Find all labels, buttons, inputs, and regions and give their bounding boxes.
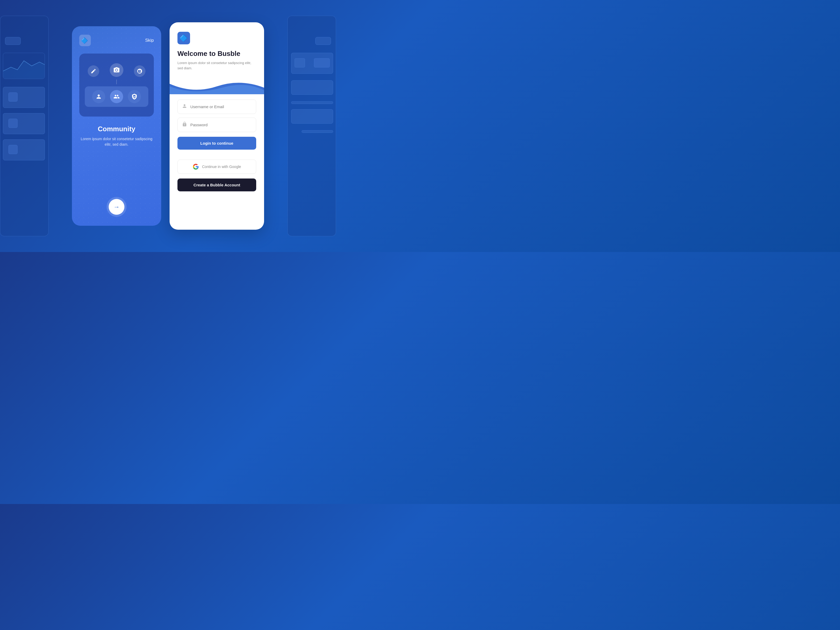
wf-right-card1 — [291, 53, 333, 74]
card-header: 🔷 Skip — [79, 35, 154, 46]
main-content: 🔷 Skip — [72, 22, 264, 230]
password-field[interactable] — [177, 118, 256, 132]
wf-right-line2 — [302, 130, 333, 133]
wf-left-item1 — [3, 87, 45, 108]
illus-bottom-card — [85, 86, 148, 107]
skip-button[interactable]: Skip — [145, 38, 154, 43]
wf-left-item2 — [3, 113, 45, 134]
bg-panel-right — [287, 16, 336, 236]
create-account-button[interactable]: Create a Bubble Account — [177, 178, 256, 191]
login-form: Login to continue Continue in with Googl… — [170, 94, 264, 230]
bg-panel-left — [0, 16, 49, 236]
username-field[interactable] — [177, 99, 256, 114]
camera-icon — [110, 63, 123, 77]
login-card-top: 🔷 Welcome to Busble Lorem ipsum dolor si… — [170, 22, 264, 71]
google-icon — [193, 164, 199, 170]
illus-icons-top — [88, 63, 145, 77]
wf-right-card2 — [291, 81, 333, 95]
avatar-3 — [128, 90, 141, 103]
google-button-label: Continue in with Google — [202, 164, 241, 169]
svg-text:🔷: 🔷 — [81, 37, 88, 44]
password-input[interactable] — [190, 123, 252, 127]
onboarding-desc: Lorem ipsum dolor sit consetetur sadipsc… — [79, 136, 154, 147]
wf-left-chart — [3, 53, 45, 79]
divider — [177, 153, 256, 156]
wf-right-top — [315, 37, 331, 45]
username-input[interactable] — [190, 104, 252, 109]
login-subtitle: Lorem ipsum dolor sit consetetur sadipsc… — [177, 60, 256, 71]
wf-right-line1 — [291, 101, 333, 104]
illustration-area — [79, 54, 154, 117]
next-btn-wrap: → — [79, 199, 154, 215]
wf-left-top — [5, 37, 21, 45]
wave-decoration — [170, 73, 264, 94]
svg-marker-0 — [3, 61, 45, 79]
onboarding-card: 🔷 Skip — [72, 26, 161, 226]
google-signin-button[interactable]: Continue in with Google — [177, 159, 256, 174]
wf-left-item3 — [3, 139, 45, 160]
pencil-icon — [88, 65, 99, 77]
avatar-2 — [110, 90, 123, 103]
user-icon — [182, 103, 187, 110]
svg-text:🔷: 🔷 — [179, 34, 188, 42]
lock-icon — [182, 122, 187, 128]
compass-icon — [134, 65, 145, 77]
onboarding-logo: 🔷 — [79, 35, 91, 46]
login-card: 🔷 Welcome to Busble Lorem ipsum dolor si… — [170, 22, 264, 230]
avatar-1 — [92, 90, 105, 103]
onboarding-title: Community — [79, 125, 154, 133]
login-logo: 🔷 — [177, 32, 190, 44]
illus-connector-lines — [116, 79, 117, 84]
login-button[interactable]: Login to continue — [177, 137, 256, 150]
login-title: Welcome to Busble — [177, 50, 256, 58]
arrow-right-icon: → — [114, 203, 120, 210]
svg-point-3 — [139, 71, 140, 72]
wf-right-card3 — [291, 109, 333, 124]
next-button[interactable]: → — [109, 199, 125, 215]
